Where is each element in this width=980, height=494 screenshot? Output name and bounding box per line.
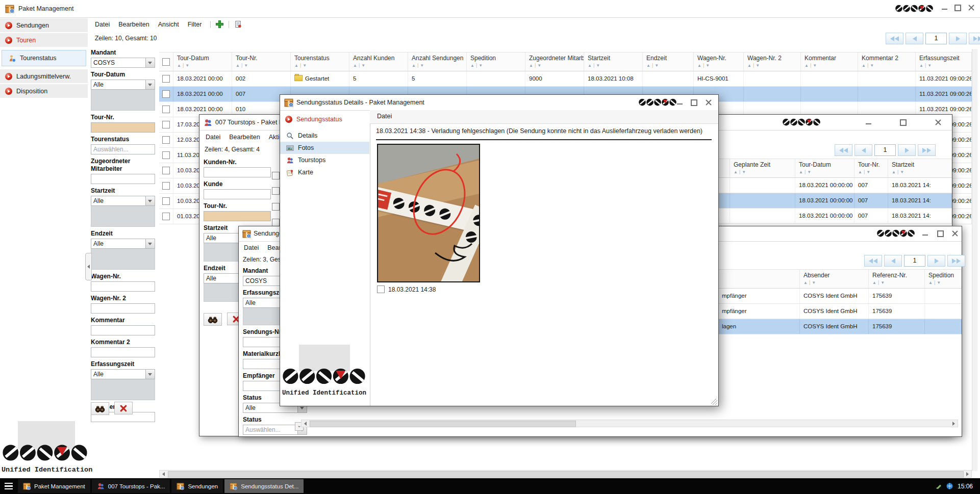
chevron-down-icon[interactable] bbox=[145, 370, 155, 379]
minimize-button[interactable] bbox=[919, 228, 931, 239]
column-header-kommentar[interactable]: Kommentar▲|▼ bbox=[801, 53, 858, 71]
page-number-input[interactable]: 1 bbox=[904, 255, 925, 267]
select-all-checkbox[interactable] bbox=[162, 58, 170, 66]
column-header-tour-datum[interactable]: Tour-Datum▲|▼ bbox=[795, 159, 855, 177]
sidebar-item-sendungen[interactable]: Sendungen bbox=[0, 18, 88, 32]
scroll-right-icon[interactable] bbox=[952, 422, 955, 426]
maximize-button[interactable] bbox=[897, 117, 909, 127]
sort-arrows-icon[interactable]: ▲|▼ bbox=[294, 63, 349, 68]
column-header-startzeit[interactable]: Startzeit▲|▼ bbox=[888, 159, 952, 177]
column-header-tour-datum[interactable]: Tour-Datum▲|▼ bbox=[173, 53, 232, 71]
last-page-button[interactable] bbox=[969, 33, 980, 44]
chevron-down-icon[interactable] bbox=[145, 239, 155, 248]
taskbar-button-sendungen[interactable]: Sendungen bbox=[171, 479, 223, 493]
menu-item-ansicht[interactable]: Ansicht bbox=[158, 21, 179, 28]
table-row[interactable]: 18.03.2021 00:00002Gestartet55900018.03.… bbox=[159, 71, 972, 87]
sort-arrows-icon[interactable]: ▲|▼ bbox=[470, 63, 525, 68]
row-checkbox[interactable] bbox=[162, 151, 170, 159]
first-page-button[interactable] bbox=[864, 255, 882, 267]
filter-select-mandant[interactable]: COSYS bbox=[91, 58, 155, 68]
chevron-down-icon[interactable] bbox=[145, 196, 155, 205]
page-number-input[interactable]: 1 bbox=[925, 33, 947, 44]
taskbar-button-sendungsstatus-det[interactable]: Sendungsstatus Det... bbox=[224, 479, 304, 493]
search-button[interactable] bbox=[91, 402, 109, 415]
maximize-button[interactable] bbox=[688, 97, 699, 108]
column-header-referenz-nr[interactable]: Referenz-Nr.▲|▼ bbox=[869, 270, 925, 288]
sort-arrows-icon[interactable]: ▲|▼ bbox=[872, 280, 924, 285]
minimize-button[interactable] bbox=[863, 117, 874, 127]
column-header-zugeordneter-mitarbeiter[interactable]: Zugeordneter Mitarbeiter▲|▼ bbox=[525, 53, 584, 71]
photo-checkbox[interactable] bbox=[377, 285, 385, 293]
close-button[interactable] bbox=[965, 2, 976, 13]
taskbar-button-007-tourstops-pak[interactable]: 007 Tourstops - Pak... bbox=[92, 479, 170, 493]
sidebar-header-sendungsstatus[interactable]: Sendungsstatus bbox=[280, 113, 369, 125]
row-checkbox[interactable] bbox=[162, 167, 170, 174]
row-checkbox[interactable] bbox=[162, 213, 170, 220]
sort-arrows-icon[interactable]: ▲|▼ bbox=[858, 169, 888, 174]
row-checkbox[interactable] bbox=[162, 75, 170, 83]
table-row-selected[interactable]: 18.03.2021 00:00:0000718.03.2021 14: bbox=[717, 193, 952, 209]
sort-arrows-icon[interactable]: ▲|▼ bbox=[177, 63, 232, 68]
vertical-scrollbar[interactable] bbox=[972, 49, 977, 471]
sidebar-item-disposition[interactable]: Disposition bbox=[0, 84, 88, 98]
filter-input-wagen-nr-2[interactable] bbox=[91, 303, 155, 314]
sort-arrows-icon[interactable]: ▲|▼ bbox=[588, 63, 642, 68]
horizontal-scrollbar[interactable] bbox=[301, 420, 958, 427]
sidebar-item-ladungsmittelverw[interactable]: Ladungsmittelverw. bbox=[0, 69, 88, 83]
sort-arrows-icon[interactable]: ▲|▼ bbox=[412, 63, 466, 68]
panel-collapse-handle[interactable] bbox=[85, 253, 92, 280]
menu-item-datei[interactable]: Datei bbox=[206, 134, 220, 141]
filter-input-tourenstatus[interactable]: Auswählen... bbox=[91, 144, 155, 154]
row-checkbox[interactable] bbox=[162, 121, 170, 128]
row-checkbox[interactable] bbox=[162, 136, 170, 144]
sort-arrows-icon[interactable]: ▲|▼ bbox=[799, 169, 854, 174]
next-page-button[interactable] bbox=[927, 255, 945, 267]
menu-item-datei[interactable]: Datei bbox=[95, 21, 110, 28]
menu-item-datei[interactable]: Datei bbox=[244, 244, 259, 251]
sidebar-item-fotos[interactable]: Fotos bbox=[280, 142, 369, 154]
filter-select-tour-datum[interactable]: Alle bbox=[91, 80, 155, 90]
row-checkbox[interactable] bbox=[272, 172, 280, 179]
table-row-selected[interactable]: lagenCOSYS Ident GmbH175639 bbox=[718, 319, 962, 334]
search-button[interactable] bbox=[204, 313, 222, 326]
sidebar-item-details[interactable]: Details bbox=[280, 129, 369, 142]
column-header-anzahl-kunden[interactable]: Anzahl Kunden▲|▼ bbox=[349, 53, 408, 71]
row-checkbox[interactable] bbox=[272, 187, 280, 195]
menu-item-bearbeiten[interactable]: Bearbeiten bbox=[229, 134, 260, 141]
column-header-endzeit[interactable]: Endzeit▲|▼ bbox=[643, 53, 694, 71]
table-row[interactable]: 18.03.2021 00:00:0000718.03.2021 14: bbox=[717, 178, 952, 193]
sort-arrows-icon[interactable]: ▲|▼ bbox=[805, 63, 858, 68]
filter-select-endzeit[interactable]: Alle bbox=[91, 239, 155, 249]
filter-input-wagen-nr[interactable] bbox=[91, 281, 155, 292]
row-checkbox[interactable] bbox=[162, 90, 170, 98]
sort-arrows-icon[interactable]: ▲|▼ bbox=[353, 63, 408, 68]
filter-input-tour-nr[interactable] bbox=[91, 122, 155, 133]
column-header-erfassungszeit[interactable]: Erfassungszeit▲|▼ bbox=[916, 53, 972, 71]
column-header-kommentar-2[interactable]: Kommentar 2▲|▼ bbox=[858, 53, 916, 71]
row-checkbox[interactable] bbox=[162, 197, 170, 205]
sidebar-item-touren[interactable]: Touren bbox=[0, 33, 88, 47]
start-menu-button[interactable] bbox=[1, 479, 16, 493]
sort-arrows-icon[interactable]: ▲|▼ bbox=[734, 169, 795, 174]
sidebar-item-karte[interactable]: Karte bbox=[280, 166, 369, 178]
column-header-spedition[interactable]: Spedition▲|▼ bbox=[467, 53, 525, 71]
column-header-tour-nr[interactable]: Tour-Nr.▲|▼ bbox=[232, 53, 291, 71]
filter-input-kommentar-2[interactable] bbox=[91, 347, 155, 357]
table-row[interactable]: mpfängerCOSYS Ident GmbH175639 bbox=[718, 304, 962, 319]
minimize-button[interactable] bbox=[674, 97, 685, 108]
taskbar-button-paket-management[interactable]: Paket Management bbox=[18, 479, 90, 493]
row-checkbox[interactable] bbox=[162, 106, 170, 113]
close-button[interactable] bbox=[949, 228, 960, 239]
next-page-button[interactable] bbox=[898, 144, 916, 156]
first-page-button[interactable] bbox=[835, 144, 852, 156]
sort-arrows-icon[interactable]: ▲|▼ bbox=[529, 63, 584, 68]
column-header-tourenstatus[interactable]: Tourenstatus▲|▼ bbox=[291, 53, 349, 71]
last-page-button[interactable] bbox=[947, 255, 965, 267]
close-button[interactable] bbox=[702, 97, 714, 108]
sidebar-item-tourstops[interactable]: Tourstops bbox=[280, 154, 369, 166]
sort-arrows-icon[interactable]: ▲|▼ bbox=[697, 63, 743, 68]
row-checkbox[interactable] bbox=[272, 203, 280, 211]
sort-arrows-icon[interactable]: ▲|▼ bbox=[803, 280, 868, 285]
column-header-wagen-nr[interactable]: Wagen-Nr.▲|▼ bbox=[694, 53, 744, 71]
filter-select-startzeit[interactable]: Alle bbox=[91, 196, 155, 206]
